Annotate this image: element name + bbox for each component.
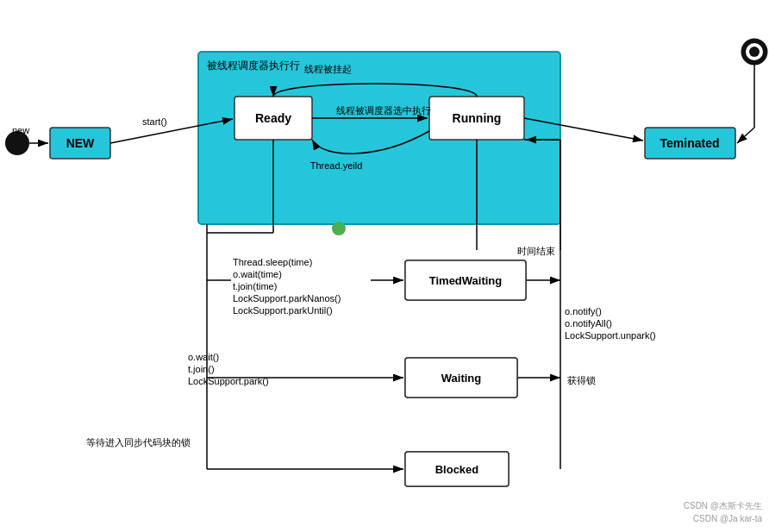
svg-text:线程被挂起: 线程被挂起 [304,64,352,74]
svg-text:TimedWaiting: TimedWaiting [429,274,503,287]
svg-text:Thread.sleep(time): Thread.sleep(time) [233,257,312,267]
svg-text:t.join(time): t.join(time) [233,281,277,291]
svg-text:t.join(): t.join() [188,364,215,374]
svg-text:start(): start() [142,116,167,127]
svg-text:LockSupport.parkNanos(): LockSupport.parkNanos() [233,293,341,304]
svg-text:o.wait(): o.wait() [188,352,219,362]
svg-text:o.wait(time): o.wait(time) [233,269,282,279]
svg-text:NEW: NEW [66,136,95,150]
svg-text:Running: Running [453,111,502,125]
svg-text:LockSupport.parkUntil(): LockSupport.parkUntil() [233,305,333,316]
svg-text:o.notifyAll(): o.notifyAll() [565,318,612,329]
svg-text:LockSupport.unpark(): LockSupport.unpark() [565,330,656,341]
svg-text:等待进入同步代码块的锁: 等待进入同步代码块的锁 [86,437,191,448]
svg-text:获得锁: 获得锁 [567,375,596,385]
svg-point-21 [749,47,760,57]
svg-text:时间结束: 时间结束 [517,246,555,256]
watermark: CSDN @杰斯卡先生 CSDN @Ja kar-ta [684,499,762,525]
svg-text:Blocked: Blocked [435,463,479,476]
svg-text:o.notify(): o.notify() [565,306,602,316]
svg-text:线程被调度器选中执行: 线程被调度器选中执行 [336,105,431,116]
svg-text:Teminated: Teminated [660,136,720,150]
svg-text:new: new [12,125,29,135]
svg-text:Thread.yeild: Thread.yeild [310,160,363,171]
watermark-line2: CSDN @Ja kar-ta [684,512,762,525]
svg-text:被线程调度器执行行: 被线程调度器执行行 [207,59,300,72]
svg-text:Ready: Ready [255,111,291,125]
svg-text:Waiting: Waiting [441,372,482,385]
diagram-container: 被线程调度器执行行 NEW Ready Running Teminated Ti… [0,0,769,532]
watermark-line1: CSDN @杰斯卡先生 [684,499,762,512]
svg-point-34 [332,222,346,235]
